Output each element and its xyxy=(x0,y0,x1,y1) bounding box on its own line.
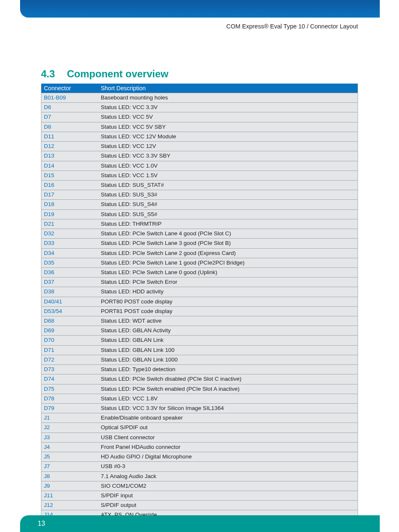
table-header-row: Connector Short Description xyxy=(41,84,358,93)
description-cell: Status LED: PCIe Switch Lane 1 good (PCI… xyxy=(98,258,358,267)
table-row: J9SIO COM1/COM2 xyxy=(41,481,358,491)
connector-cell: D74 xyxy=(41,374,98,384)
table-row: J2Optical S/PDIF out xyxy=(41,423,358,433)
description-cell: Status LED: GBLAN Link xyxy=(98,336,358,345)
table-row: D40/41PORT80 POST code display xyxy=(41,297,358,306)
description-cell: S/PDIF input xyxy=(98,491,358,500)
connector-cell: D75 xyxy=(41,384,98,394)
description-cell: Status LED: VCC 5V SBY xyxy=(98,122,358,132)
page-number: 13 xyxy=(38,520,45,527)
table-row: D74Status LED: PCIe Switch disabled (PCI… xyxy=(41,374,358,384)
connector-cell: D18 xyxy=(41,200,98,209)
section-title: Component overview xyxy=(67,68,169,79)
table-row: D11Status LED: VCC 12V Module xyxy=(41,132,358,141)
connector-cell: D12 xyxy=(41,142,98,151)
table-row: D13Status LED: VCC 3.3V SBY xyxy=(41,151,358,161)
table-row: D70Status LED: GBLAN Link xyxy=(41,336,358,345)
description-cell: HD Audio GPIO / Digital Microphone xyxy=(98,452,358,462)
table-row: J11S/PDIF input xyxy=(41,491,358,500)
description-cell: Status LED: WDT active xyxy=(98,316,358,326)
connector-cell: D72 xyxy=(41,355,98,364)
connector-cell: D17 xyxy=(41,190,98,200)
table-row: D8Status LED: VCC 5V SBY xyxy=(41,122,358,132)
table-row: D7Status LED: VCC 5V xyxy=(41,112,358,122)
connector-cell: D19 xyxy=(41,209,98,219)
description-cell: Status LED: THRMTRIP xyxy=(98,219,358,229)
connector-cell: D40/41 xyxy=(41,297,98,306)
description-cell: Status LED: VCC 3.3V for Silicon Image S… xyxy=(98,404,358,413)
table-row: D72Status LED: GBLAN Link 1000 xyxy=(41,355,358,364)
description-cell: Status LED: PCIe Switch Lane 0 good (Upl… xyxy=(98,267,358,277)
connector-cell: J1 xyxy=(41,413,98,423)
description-cell: 7.1 Analog Audio Jack xyxy=(98,471,358,481)
table-row: D33Status LED: PCIe Switch Lane 3 good (… xyxy=(41,239,358,248)
description-cell: PORT80 POST code display xyxy=(98,297,358,306)
connector-cell: D78 xyxy=(41,394,98,403)
description-cell: Enable/Disable onboard speaker xyxy=(98,413,358,423)
table-row: D73Status LED: Type10 detection xyxy=(41,365,358,374)
description-cell: Status LED: PCIe Switch Lane 3 good (PCI… xyxy=(98,239,358,248)
connector-cell: J8 xyxy=(41,471,98,481)
connector-cell: D15 xyxy=(41,171,98,180)
table-row: J5HD Audio GPIO / Digital Microphone xyxy=(41,452,358,462)
table-row: J7USB #0-3 xyxy=(41,462,358,471)
description-cell: Status LED: GBLAN Activity xyxy=(98,326,358,336)
connector-cell: D35 xyxy=(41,258,98,267)
table-row: J87.1 Analog Audio Jack xyxy=(41,471,358,481)
connector-cell: D14 xyxy=(41,161,98,171)
description-cell: Status LED: PCIe Switch enabled (PCIe Sl… xyxy=(98,384,358,394)
connector-cell: J5 xyxy=(41,452,98,462)
connector-cell: D32 xyxy=(41,229,98,239)
table-row: D15Status LED: VCC 1.5V xyxy=(41,171,358,180)
connector-cell: D68 xyxy=(41,316,98,326)
description-cell: Status LED: HDD activity xyxy=(98,287,358,297)
table-row: D36Status LED: PCIe Switch Lane 0 good (… xyxy=(41,267,358,277)
table-row: D34Status LED: PCIe Switch Lane 2 good (… xyxy=(41,248,358,258)
table-row: D14Status LED: VCC 1.0V xyxy=(41,161,358,171)
table-row: D53/54PORT81 POST code display xyxy=(41,306,358,316)
connector-cell: D34 xyxy=(41,248,98,258)
table-row: D69Status LED: GBLAN Activity xyxy=(41,326,358,336)
description-cell: Status LED: VCC 1.5V xyxy=(98,171,358,180)
connector-cell: D16 xyxy=(41,180,98,190)
description-cell: Status LED: PCIe Switch Lane 2 good (Exp… xyxy=(98,248,358,258)
connector-cell: D37 xyxy=(41,277,98,287)
connector-cell: J2 xyxy=(41,423,98,433)
connector-cell: B01-B09 xyxy=(41,93,98,103)
connector-cell: D69 xyxy=(41,326,98,336)
footer-bar: 13 xyxy=(20,515,380,532)
description-cell: Status LED: GBLAN Link 100 xyxy=(98,345,358,355)
connector-cell: D71 xyxy=(41,345,98,355)
table-row: D16Status LED: SUS_STAT# xyxy=(41,180,358,190)
description-cell: Status LED: PCIe Switch Error xyxy=(98,277,358,287)
header-tab xyxy=(20,0,380,18)
description-cell: Status LED: PCIe Switch Lane 4 good (PCI… xyxy=(98,229,358,239)
table-row: D78Status LED: VCC 1.8V xyxy=(41,394,358,403)
table-row: D21Status LED: THRMTRIP xyxy=(41,219,358,229)
connector-cell: D38 xyxy=(41,287,98,297)
table-row: D37Status LED: PCIe Switch Error xyxy=(41,277,358,287)
description-cell: Status LED: SUS_S3# xyxy=(98,190,358,200)
connector-cell: D53/54 xyxy=(41,306,98,316)
description-cell: PORT81 POST code display xyxy=(98,306,358,316)
description-cell: Status LED: VCC 5V xyxy=(98,112,358,122)
table-row: B01-B09Baseboard mounting holes xyxy=(41,93,358,103)
connector-cell: J11 xyxy=(41,491,98,500)
table-row: D17Status LED: SUS_S3# xyxy=(41,190,358,200)
table-row: D79Status LED: VCC 3.3V for Silicon Imag… xyxy=(41,404,358,413)
description-cell: Status LED: GBLAN Link 1000 xyxy=(98,355,358,364)
table-row: D75Status LED: PCIe Switch enabled (PCIe… xyxy=(41,384,358,394)
table-row: J12S/PDIF output xyxy=(41,501,358,510)
table-row: D35Status LED: PCIe Switch Lane 1 good (… xyxy=(41,258,358,267)
section-heading: 4.3Component overview xyxy=(41,68,169,80)
description-cell: Status LED: VCC 12V Module xyxy=(98,132,358,141)
table-row: D12Status LED: VCC 12V xyxy=(41,142,358,151)
description-cell: Optical S/PDIF out xyxy=(98,423,358,433)
table-row: D68Status LED: WDT active xyxy=(41,316,358,326)
section-number: 4.3 xyxy=(41,68,67,80)
table-row: J3USB Client connector xyxy=(41,433,358,442)
connector-cell: D11 xyxy=(41,132,98,141)
connector-cell: D36 xyxy=(41,267,98,277)
connector-cell: D8 xyxy=(41,122,98,132)
description-cell: SIO COM1/COM2 xyxy=(98,481,358,491)
